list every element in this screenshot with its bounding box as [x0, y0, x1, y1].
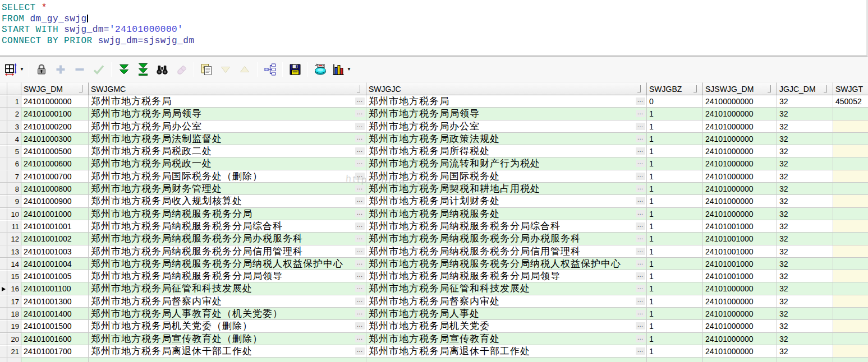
- cell-swjgjc[interactable]: 郑州市地方税务局契税和耕地占用税处…: [366, 183, 647, 195]
- column-header-jgjc_dm[interactable]: JGJC_DM: [777, 82, 833, 95]
- cell-swjgjc[interactable]: 郑州市地方税务局…: [366, 95, 647, 108]
- cell-swjgbz[interactable]: 1: [647, 320, 703, 332]
- cell-jgjc_dm[interactable]: 32: [777, 145, 833, 157]
- cell-swjgmc[interactable]: 郑州市地方税务局纳税服务税务分局办税服务科…: [89, 233, 366, 245]
- cell-swjgbz[interactable]: 1: [647, 270, 703, 282]
- cell-swjg_dm[interactable]: 24101001400: [21, 308, 89, 320]
- row-indicator-cell[interactable]: [0, 270, 7, 282]
- cell-swjgmc[interactable]: 郑州市地方税务局机关党委（删除）…: [89, 320, 366, 332]
- cell-swjgt[interactable]: [833, 333, 868, 345]
- column-header-swjgjc[interactable]: SWJGJC: [366, 82, 647, 95]
- row-indicator-cell[interactable]: [0, 245, 7, 258]
- cell-swjgjc[interactable]: 郑州市地方税务局纳税服务税务分局综合科…: [366, 220, 647, 233]
- cell-jgjc_dm[interactable]: 32: [777, 220, 833, 233]
- cell-sjswjg_dm[interactable]: 24101000000: [703, 145, 777, 157]
- cell-jgjc_dm[interactable]: 32: [777, 258, 833, 270]
- row-indicator-cell[interactable]: [0, 208, 7, 220]
- row-number-cell[interactable]: 21: [7, 345, 21, 358]
- cell-jgjc_dm[interactable]: 32: [777, 320, 833, 332]
- row-indicator-cell[interactable]: [0, 233, 7, 245]
- cell-swjgbz[interactable]: 1: [647, 108, 703, 120]
- column-header-sjswjg_dm[interactable]: SJSWJG_DM: [703, 82, 777, 95]
- cell-ellipsis-button[interactable]: …: [636, 123, 645, 130]
- column-resize-grip[interactable]: [770, 85, 775, 92]
- cell-ellipsis-button[interactable]: …: [355, 185, 365, 192]
- column-resize-grip[interactable]: [696, 85, 701, 92]
- cell-sjswjg_dm[interactable]: 24101000000: [703, 282, 777, 295]
- cell-swjg_dm[interactable]: 24101000500: [21, 145, 89, 157]
- cell-ellipsis-button[interactable]: …: [636, 135, 645, 142]
- cell-swjgmc[interactable]: 郑州市地方税务局收入规划核算处…: [89, 195, 366, 207]
- cell-jgjc_dm[interactable]: 32: [777, 308, 833, 320]
- cell-swjgmc[interactable]: 郑州市地方税务局征管和科技发展处…: [89, 282, 366, 295]
- cell-ellipsis-button[interactable]: …: [355, 160, 365, 167]
- cell-swjgbz[interactable]: 1: [647, 183, 703, 195]
- hierarchy-view-button[interactable]: [261, 61, 278, 78]
- row-number-cell[interactable]: 14: [7, 258, 21, 270]
- cell-ellipsis-button[interactable]: …: [355, 210, 365, 217]
- cell-ellipsis-button[interactable]: …: [355, 298, 365, 305]
- row-number-cell[interactable]: 3: [7, 120, 21, 133]
- cell-sjswjg_dm[interactable]: 24101000000: [703, 183, 777, 195]
- row-indicator-cell[interactable]: [0, 333, 7, 345]
- cell-ellipsis-button[interactable]: …: [355, 347, 365, 355]
- cell-sjswjg_dm[interactable]: 24101001000: [703, 270, 777, 282]
- cell-swjgbz[interactable]: 1: [647, 295, 703, 308]
- cell-swjgbz[interactable]: 1: [647, 333, 703, 345]
- cell-swjgt[interactable]: [833, 108, 868, 120]
- cell-swjgjc[interactable]: 郑州市地方税务局机关党委…: [366, 320, 647, 332]
- cell-swjgmc[interactable]: 郑州市地方税务局离退休干部工作处…: [89, 345, 366, 358]
- cell-ellipsis-button[interactable]: …: [355, 110, 365, 117]
- cell-swjgmc[interactable]: 郑州市地方税务局…: [89, 95, 366, 108]
- cell-swjgbz[interactable]: 1: [647, 195, 703, 207]
- cell-swjgmc[interactable]: 郑州市地方税务局局领导…: [89, 108, 366, 120]
- row-number-cell[interactable]: 11: [7, 220, 21, 233]
- cell-swjgt[interactable]: [833, 120, 868, 133]
- export-results-button[interactable]: [312, 61, 329, 78]
- cell-swjg_dm[interactable]: 24101000100: [21, 108, 89, 120]
- fetch-last-page-button[interactable]: [135, 61, 151, 78]
- cell-ellipsis-button[interactable]: …: [636, 160, 645, 167]
- cell-ellipsis-button[interactable]: …: [355, 260, 365, 267]
- cell-ellipsis-button[interactable]: …: [355, 222, 365, 230]
- row-indicator-cell[interactable]: [0, 183, 7, 195]
- find-button[interactable]: [154, 61, 171, 78]
- cell-swjgmc[interactable]: 郑州市地方税务局税政二处…: [89, 145, 366, 157]
- cell-swjg_dm[interactable]: 24101001300: [21, 295, 89, 308]
- cell-ellipsis-button[interactable]: …: [636, 173, 645, 180]
- cell-swjgmc[interactable]: 郑州市地方税务局纳税服务税务分局信用管理科…: [89, 245, 366, 258]
- cell-sjswjg_dm[interactable]: 24101000000: [703, 170, 777, 183]
- cell-jgjc_dm[interactable]: 32: [777, 157, 833, 170]
- cell-swjg_dm[interactable]: 24101001100: [21, 282, 89, 295]
- row-indicator-cell[interactable]: [0, 295, 7, 308]
- row-indicator-cell[interactable]: [0, 120, 7, 133]
- cell-swjgbz[interactable]: 1: [647, 133, 703, 145]
- cell-ellipsis-button[interactable]: …: [636, 335, 645, 342]
- fetch-next-page-button[interactable]: [116, 61, 132, 78]
- row-number-cell[interactable]: 1: [7, 95, 21, 108]
- cell-swjgjc[interactable]: 郑州市地方税务局纳税服务税务分局纳税人权益保护中心…: [366, 258, 647, 270]
- column-header-swjgbz[interactable]: SWJGBZ: [647, 82, 703, 95]
- cell-swjgt[interactable]: [833, 220, 868, 233]
- row-number-cell[interactable]: 12: [7, 233, 21, 245]
- copy-records-button[interactable]: [198, 61, 215, 78]
- cell-ellipsis-button[interactable]: …: [636, 210, 645, 217]
- cell-swjgmc[interactable]: 郑州市地方税务局纳税服务税务分局综合科…: [89, 220, 366, 233]
- cell-swjgt[interactable]: [833, 282, 868, 295]
- row-indicator-cell[interactable]: [0, 258, 7, 270]
- cell-swjgmc[interactable]: 郑州市地方税务局法制监督处…: [89, 133, 366, 145]
- cell-swjgt[interactable]: [833, 145, 868, 157]
- row-number-cell[interactable]: 2: [7, 108, 21, 120]
- cell-sjswjg_dm[interactable]: 24101000000: [703, 333, 777, 345]
- cell-swjg_dm[interactable]: 24101000600: [21, 157, 89, 170]
- save-results-button[interactable]: [287, 61, 304, 78]
- cell-swjgbz[interactable]: 1: [647, 345, 703, 358]
- cell-swjgt[interactable]: 450052: [833, 95, 868, 108]
- cell-swjgbz[interactable]: 1: [647, 145, 703, 157]
- cell-ellipsis-button[interactable]: …: [355, 235, 365, 242]
- cell-ellipsis-button[interactable]: …: [636, 235, 645, 242]
- cell-swjgjc[interactable]: 郑州市地方税务局政策法规处…: [366, 133, 647, 145]
- row-indicator-cell[interactable]: [0, 220, 7, 233]
- column-resize-grip[interactable]: [826, 85, 832, 92]
- cell-swjgt[interactable]: [833, 133, 868, 145]
